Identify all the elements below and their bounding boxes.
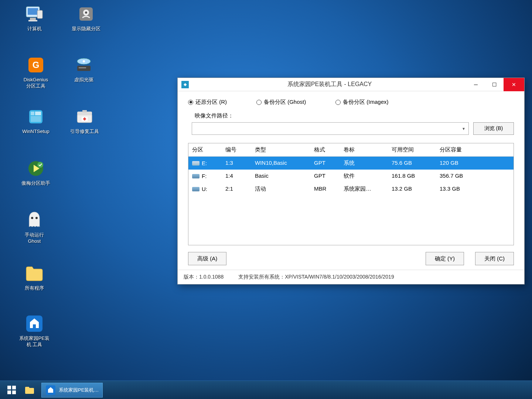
desktop-icon-computer[interactable]: 计算机 (18, 4, 51, 32)
svg-rect-26 (82, 110, 87, 112)
svg-rect-9 (35, 112, 41, 115)
svg-rect-10 (31, 116, 41, 122)
desktop-icon-aomei[interactable]: 傲梅分区助手 (16, 158, 56, 187)
image-path-label: 映像文件路径： (195, 112, 233, 119)
show-hidden-icon (76, 4, 96, 24)
table-header: 分区 编号 类型 格式 卷标 可用空间 分区容量 (188, 143, 514, 157)
minimize-button[interactable]: ─ (467, 78, 485, 91)
radio-restore[interactable]: 还原分区 (R) (188, 99, 227, 106)
desktop-icon-ghost[interactable]: 手动运行 Ghost (18, 210, 51, 245)
radio-ghost[interactable]: 备份分区 (Ghost) (256, 99, 306, 106)
close-window-button[interactable]: 关闭 (C) (475, 252, 514, 265)
pe-tool-window: ◆ 系统家园PE装机工具 - LEGACY ─ ☐ ✕ 还原分区 (R) 备份分… (177, 78, 525, 284)
disk-icon (192, 187, 200, 191)
support-label: 支持安装所有系统：XP/VISTA/WIN7/8/8.1/10/2003/200… (238, 274, 394, 280)
diskgenius-icon: G (25, 55, 46, 75)
svg-rect-30 (7, 391, 11, 394)
desktop-icon-boot-repair[interactable]: 引导修复工具 (64, 106, 105, 135)
radio-imagex[interactable]: 备份分区 (Imagex) (335, 99, 388, 106)
table-row[interactable]: E:1:3WIN10,BasicGPT系统75.6 GB120 GB (188, 157, 514, 170)
chevron-down-icon: ▼ (462, 127, 466, 131)
disk-icon (192, 174, 200, 178)
browse-button[interactable]: 浏览 (B) (473, 122, 514, 135)
svg-point-19 (85, 11, 87, 14)
close-button[interactable]: ✕ (504, 78, 524, 91)
svg-rect-28 (7, 386, 11, 389)
partition-table: 分区 编号 类型 格式 卷标 可用空间 分区容量 E:1:3WIN10,Basi… (188, 143, 514, 245)
svg-rect-16 (33, 324, 36, 328)
version-label: 版本：1.0.0.1088 (184, 274, 224, 280)
advanced-button[interactable]: 高级 (A) (188, 252, 226, 265)
desktop-icon-virtual-drive[interactable]: 虚拟光驱 (67, 55, 100, 83)
computer-icon (24, 4, 45, 24)
ok-button[interactable]: 确定 (Y) (426, 252, 464, 265)
svg-text:G: G (33, 60, 40, 70)
desktop-icon-all-programs[interactable]: 所有程序 (18, 263, 51, 291)
svg-point-21 (83, 60, 85, 62)
disk-icon (192, 161, 200, 166)
virtual-drive-icon (74, 55, 94, 75)
winntsetup-icon (25, 106, 46, 127)
taskbar-file-explorer[interactable] (21, 383, 41, 398)
status-bar: 版本：1.0.0.1088 支持安装所有系统：XP/VISTA/WIN7/8/8… (178, 270, 524, 284)
desktop-icon-winntsetup[interactable]: WinNTSetup (16, 106, 56, 135)
desktop-icon-diskgenius[interactable]: G DiskGenius 分区工具 (16, 55, 56, 89)
table-row[interactable]: F:1:4BasicGPT软件161.8 GB356.7 GB (188, 170, 514, 183)
pe-tool-icon (45, 385, 56, 395)
svg-point-14 (35, 217, 38, 219)
aomei-icon (25, 158, 46, 179)
svg-rect-4 (28, 20, 37, 21)
taskbar-pe-tool[interactable]: 系统家园PE装机… (41, 383, 103, 398)
ghost-icon (24, 210, 45, 231)
table-row[interactable]: U:2:1活动MBR系统家园…13.2 GB13.3 GB (188, 183, 514, 195)
svg-rect-2 (37, 10, 42, 18)
boot-repair-icon (74, 106, 95, 127)
maximize-button[interactable]: ☐ (485, 78, 504, 91)
svg-rect-23 (79, 67, 86, 68)
window-title: 系统家园PE装机工具 - LEGACY (192, 81, 467, 88)
svg-point-13 (31, 217, 33, 219)
svg-rect-29 (12, 386, 16, 389)
desktop-icon-show-hidden[interactable]: 显示隐藏分区 (66, 4, 106, 32)
app-icon: ◆ (181, 81, 189, 88)
svg-rect-8 (31, 112, 34, 115)
pe-tool-icon (24, 313, 45, 334)
folder-icon (24, 385, 35, 395)
folder-icon (24, 263, 45, 284)
desktop-icon-pe-tool[interactable]: 系统家园PE装 机 工具 (14, 313, 55, 348)
svg-rect-3 (30, 18, 36, 20)
image-path-dropdown[interactable]: ▼ (192, 122, 469, 135)
start-button[interactable] (3, 383, 21, 398)
titlebar[interactable]: ◆ 系统家园PE装机工具 - LEGACY ─ ☐ ✕ (178, 78, 524, 91)
taskbar: 系统家园PE装机… (0, 381, 532, 399)
svg-point-12 (37, 162, 43, 168)
svg-rect-1 (28, 8, 38, 15)
svg-rect-31 (12, 391, 16, 394)
